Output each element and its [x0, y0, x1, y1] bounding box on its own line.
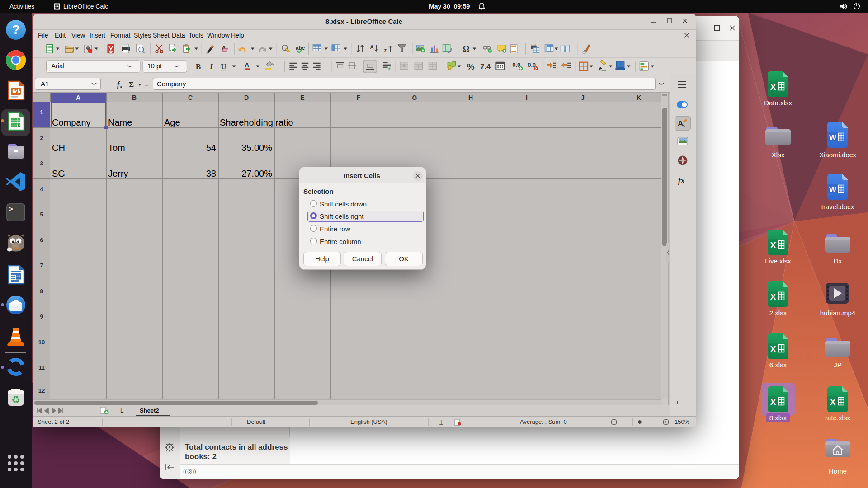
- svg-text:♻: ♻: [11, 394, 20, 405]
- svg-text:B: B: [132, 94, 137, 101]
- svg-text:2.xlsx: 2.xlsx: [769, 309, 787, 317]
- svg-text:11: 11: [38, 364, 45, 371]
- svg-text:4: 4: [40, 186, 43, 192]
- svg-text:travel.docx: travel.docx: [821, 203, 854, 211]
- svg-text:hubian.mp4: hubian.mp4: [820, 309, 855, 317]
- svg-text:Xiaomi.docx: Xiaomi.docx: [819, 151, 856, 159]
- svg-text:8: 8: [40, 288, 43, 295]
- svg-text:JP: JP: [834, 361, 842, 369]
- svg-text:fx: fx: [678, 176, 685, 185]
- svg-text:x: x: [119, 84, 123, 89]
- svg-text:5: 5: [40, 211, 43, 218]
- svg-text:A: A: [370, 44, 374, 50]
- svg-text:Live.xlsx: Live.xlsx: [765, 257, 791, 265]
- svg-text:3: 3: [40, 160, 43, 167]
- svg-text:Data.xlsx: Data.xlsx: [764, 99, 792, 107]
- svg-text:A: A: [76, 94, 80, 101]
- svg-text:>_: >_: [9, 206, 18, 214]
- svg-text:2: 2: [40, 135, 43, 141]
- svg-text:U: U: [221, 62, 226, 71]
- svg-text:1: 1: [40, 109, 43, 116]
- svg-text:12: 12: [38, 387, 45, 394]
- svg-text:7: 7: [40, 262, 43, 269]
- svg-text:rate.xlsx: rate.xlsx: [825, 414, 850, 422]
- svg-text:H: H: [468, 94, 473, 101]
- svg-text:A: A: [678, 119, 683, 128]
- svg-text:%: %: [467, 62, 474, 71]
- svg-text:F: F: [357, 94, 361, 101]
- svg-text:6: 6: [40, 237, 43, 244]
- svg-text:I: I: [209, 62, 213, 71]
- svg-text:Arial: Arial: [51, 62, 64, 70]
- svg-text:Xlsx: Xlsx: [772, 151, 785, 159]
- svg-text:C: C: [188, 94, 193, 101]
- svg-text:8.xlsx: 8.xlsx: [769, 414, 787, 422]
- svg-text:I: I: [526, 94, 528, 101]
- svg-text:abc: abc: [296, 45, 305, 51]
- svg-text:Σ: Σ: [129, 80, 134, 89]
- svg-text:=: =: [144, 80, 149, 89]
- svg-text:J: J: [581, 94, 585, 101]
- svg-text:10 pt: 10 pt: [147, 62, 162, 70]
- svg-text:K: K: [637, 94, 641, 101]
- svg-text:Home: Home: [829, 467, 847, 475]
- svg-text:G: G: [412, 94, 417, 101]
- svg-text:A: A: [245, 61, 250, 69]
- svg-text:Ω: Ω: [462, 44, 470, 53]
- svg-text:E: E: [300, 94, 304, 101]
- svg-text:6.xlsx: 6.xlsx: [769, 361, 787, 369]
- svg-text:7.4: 7.4: [480, 62, 491, 71]
- svg-text:?: ?: [12, 23, 19, 37]
- svg-text:B: B: [196, 62, 201, 71]
- svg-text:D: D: [244, 94, 249, 101]
- svg-text:10: 10: [38, 339, 45, 346]
- svg-text:z: z: [384, 47, 387, 53]
- svg-text:9: 9: [40, 313, 43, 320]
- svg-text:Dx: Dx: [834, 257, 842, 265]
